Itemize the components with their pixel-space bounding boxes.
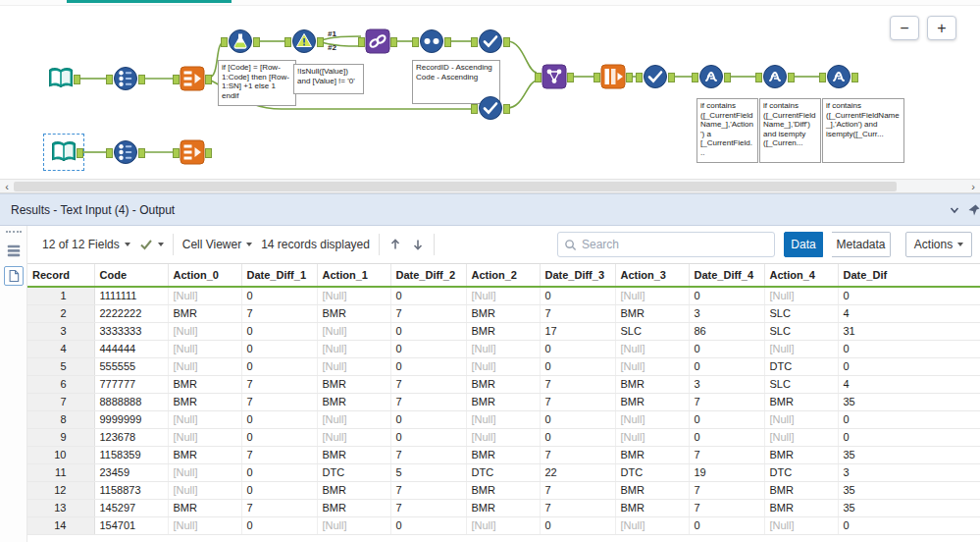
- record-number-cell[interactable]: 12: [27, 481, 94, 499]
- data-cell[interactable]: 3: [689, 304, 764, 322]
- annotation-box[interactable]: if [Code] = [Row-1:Code] then [Row-1:SN]…: [218, 60, 296, 106]
- data-cell[interactable]: 1111111: [94, 287, 168, 304]
- data-cell[interactable]: 17: [540, 322, 615, 340]
- column-header-date_diff_3[interactable]: Date_Diff_3: [540, 264, 615, 287]
- column-header-date_diff_1[interactable]: Date_Diff_1: [241, 264, 317, 287]
- data-cell[interactable]: BMR: [466, 481, 540, 499]
- data-cell[interactable]: 7: [390, 481, 466, 499]
- data-cell[interactable]: 0: [689, 516, 764, 534]
- data-cell[interactable]: 7: [241, 393, 317, 410]
- data-cell[interactable]: 0: [390, 357, 466, 375]
- data-cell[interactable]: 0: [241, 340, 317, 357]
- data-cell[interactable]: 35: [838, 481, 980, 499]
- data-cell[interactable]: DTC: [466, 463, 540, 481]
- data-cell[interactable]: BMR: [466, 446, 540, 463]
- data-cell[interactable]: 0: [241, 357, 317, 375]
- data-cell[interactable]: 1158873: [94, 481, 168, 499]
- record-number-cell[interactable]: 3: [27, 322, 94, 340]
- data-cell[interactable]: [Null]: [317, 410, 390, 428]
- zoom-out-button[interactable]: −: [890, 16, 919, 40]
- data-cell[interactable]: 0: [689, 357, 764, 375]
- data-cell[interactable]: BMR: [168, 304, 241, 322]
- tool-unique[interactable]: [417, 28, 446, 54]
- data-cell[interactable]: 0: [241, 516, 317, 534]
- canvas-horizontal-scrollbar[interactable]: ‹ ›: [0, 179, 980, 193]
- data-cell[interactable]: 7: [390, 304, 466, 322]
- next-arrow-icon[interactable]: [411, 238, 425, 251]
- data-cell[interactable]: DTC: [764, 463, 838, 481]
- data-cell[interactable]: [Null]: [168, 340, 241, 357]
- data-cell[interactable]: DTC: [317, 463, 390, 481]
- tool-join-multiple[interactable]: [540, 64, 569, 89]
- actions-dropdown-button[interactable]: Actions: [905, 232, 972, 257]
- data-cell[interactable]: 3: [689, 375, 764, 393]
- data-cell[interactable]: 0: [241, 481, 317, 499]
- data-cell[interactable]: 7: [390, 446, 466, 463]
- data-cell[interactable]: 7: [689, 499, 764, 516]
- tool-arrange[interactable]: [598, 64, 628, 89]
- data-cell[interactable]: BMR: [615, 393, 689, 410]
- data-cell[interactable]: [Null]: [317, 322, 390, 340]
- data-cell[interactable]: [Null]: [615, 428, 689, 446]
- record-number-cell[interactable]: 1: [27, 287, 94, 304]
- data-cell[interactable]: BMR: [168, 393, 241, 410]
- data-cell[interactable]: BMR: [615, 481, 689, 499]
- search-input[interactable]: [582, 238, 768, 251]
- data-cell[interactable]: 7: [390, 393, 466, 410]
- data-cell[interactable]: 0: [390, 287, 466, 304]
- tool-record-id-2[interactable]: [111, 139, 140, 165]
- data-cell[interactable]: 0: [540, 287, 615, 304]
- data-cell[interactable]: [Null]: [615, 357, 689, 375]
- data-cell[interactable]: 2222222: [94, 304, 168, 322]
- previous-arrow-icon[interactable]: [388, 238, 402, 251]
- data-cell[interactable]: 7: [540, 499, 615, 516]
- data-cell[interactable]: BMR: [615, 499, 689, 516]
- tool-join[interactable]: [363, 28, 392, 54]
- record-number-cell[interactable]: 6: [27, 375, 94, 393]
- column-header-action_3[interactable]: Action_3: [615, 264, 689, 287]
- data-cell[interactable]: 0: [241, 322, 317, 340]
- data-cell[interactable]: 777777: [94, 375, 168, 393]
- data-cell[interactable]: [Null]: [168, 463, 241, 481]
- data-cell[interactable]: 4: [838, 304, 980, 322]
- record-number-cell[interactable]: 10: [27, 446, 94, 463]
- data-cell[interactable]: 7: [241, 446, 317, 463]
- data-cell[interactable]: BMR: [764, 481, 838, 499]
- data-cell[interactable]: BMR: [615, 446, 689, 463]
- tool-sort[interactable]: [289, 28, 319, 54]
- data-cell[interactable]: 9999999: [94, 410, 168, 428]
- data-cell[interactable]: [Null]: [317, 287, 390, 304]
- data-cell[interactable]: [Null]: [764, 428, 838, 446]
- data-cell[interactable]: [Null]: [317, 357, 390, 375]
- scroll-left-icon[interactable]: ‹: [0, 180, 14, 192]
- workflow-canvas[interactable]: if [Code] = [Row-1:Code] then [Row-1:SN]…: [0, 0, 980, 179]
- data-cell[interactable]: 7: [540, 304, 615, 322]
- data-cell[interactable]: 7: [540, 481, 615, 499]
- data-cell[interactable]: [Null]: [615, 516, 689, 534]
- data-cell[interactable]: [Null]: [466, 516, 540, 534]
- search-box[interactable]: [557, 232, 775, 257]
- column-header-date_diff_4[interactable]: Date_Diff_4: [689, 264, 764, 287]
- data-cell[interactable]: DTC: [764, 357, 838, 375]
- column-header-action_0[interactable]: Action_0: [168, 264, 241, 287]
- record-number-cell[interactable]: 4: [27, 340, 94, 357]
- data-cell[interactable]: 35: [838, 446, 980, 463]
- data-cell[interactable]: 123678: [94, 428, 168, 446]
- tool-check-2[interactable]: [476, 95, 505, 121]
- data-cell[interactable]: 19: [689, 463, 764, 481]
- column-header-action_1[interactable]: Action_1: [317, 264, 390, 287]
- data-cell[interactable]: DTC: [615, 463, 689, 481]
- data-cell[interactable]: 0: [390, 516, 466, 534]
- data-cell[interactable]: BMR: [317, 499, 390, 516]
- data-cell[interactable]: BMR: [168, 446, 241, 463]
- data-cell[interactable]: 35: [838, 499, 980, 516]
- data-cell[interactable]: BMR: [317, 375, 390, 393]
- results-panel-header[interactable]: Results - Text Input (4) - Output: [0, 193, 980, 226]
- column-header-record[interactable]: Record: [27, 264, 94, 287]
- data-cell[interactable]: 0: [838, 340, 980, 357]
- data-cell[interactable]: BMR: [317, 393, 390, 410]
- data-cell[interactable]: [Null]: [317, 428, 390, 446]
- data-cell[interactable]: 0: [241, 428, 317, 446]
- data-cell[interactable]: [Null]: [317, 516, 390, 534]
- annotation-box[interactable]: if contains ([_CurrentFieldName_],'Actio…: [822, 98, 904, 163]
